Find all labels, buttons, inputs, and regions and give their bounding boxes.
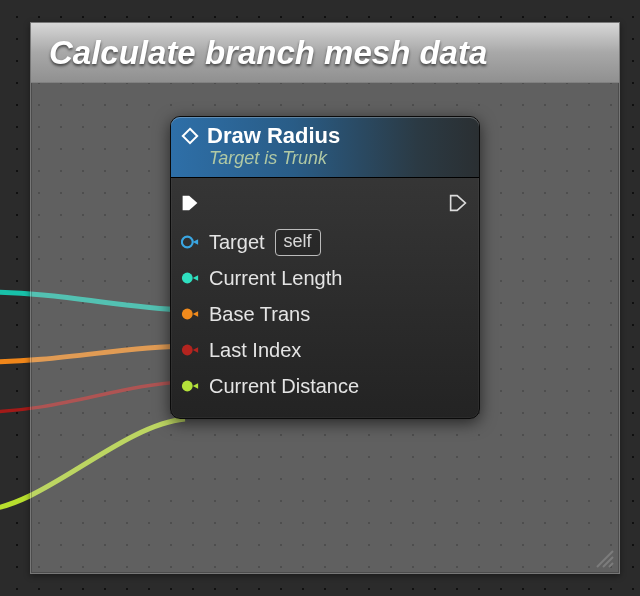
- exec-input-pin[interactable]: [181, 194, 199, 212]
- current-length-label: Current Length: [209, 267, 342, 290]
- current-length-pin[interactable]: [181, 269, 199, 287]
- exec-output-pin[interactable]: [449, 194, 467, 212]
- target-label: Target: [209, 231, 265, 254]
- current-distance-label: Current Distance: [209, 375, 359, 398]
- node-header[interactable]: Draw Radius Target is Trunk: [171, 117, 479, 178]
- comment-title: Calculate branch mesh data: [49, 34, 487, 72]
- last-index-label: Last Index: [209, 339, 301, 362]
- last-index-pin[interactable]: [181, 341, 199, 359]
- node-body: Target self Current Length Base Trans: [171, 178, 479, 418]
- node-subtitle: Target is Trunk: [209, 148, 469, 173]
- comment-title-bar[interactable]: Calculate branch mesh data: [31, 23, 619, 83]
- svg-point-6: [182, 345, 193, 356]
- target-self-value[interactable]: self: [275, 229, 321, 256]
- svg-point-3: [182, 237, 193, 248]
- svg-point-7: [182, 381, 193, 392]
- comment-resize-handle[interactable]: [591, 545, 615, 569]
- node-title: Draw Radius: [207, 123, 340, 149]
- function-node-draw-radius[interactable]: Draw Radius Target is Trunk: [170, 116, 480, 419]
- base-trans-label: Base Trans: [209, 303, 310, 326]
- svg-point-5: [182, 309, 193, 320]
- function-icon: [181, 127, 199, 145]
- base-trans-pin[interactable]: [181, 305, 199, 323]
- svg-point-4: [182, 273, 193, 284]
- current-distance-pin[interactable]: [181, 377, 199, 395]
- svg-line-2: [609, 563, 613, 567]
- target-pin[interactable]: [181, 233, 199, 251]
